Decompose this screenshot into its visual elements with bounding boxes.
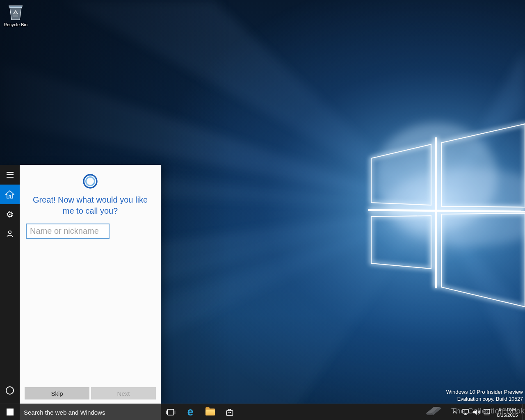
tray-network-button[interactable]: [460, 404, 471, 420]
task-view-button[interactable]: [161, 404, 180, 420]
cortana-heading: Great! Now what would you like me to cal…: [29, 194, 152, 217]
gear-icon: ⚙: [6, 210, 14, 219]
action-center-icon: [483, 409, 491, 415]
recycle-bin-label: Recycle Bin: [4, 22, 27, 27]
sidebar-item-menu[interactable]: [0, 165, 20, 185]
edge-icon: e: [187, 406, 193, 418]
tray-action-center-button[interactable]: [482, 404, 492, 420]
skip-button[interactable]: Skip: [25, 387, 89, 399]
recycle-bin-desktop-icon[interactable]: Recycle Bin: [3, 2, 28, 27]
build-watermark-line2: Evaluation copy. Build 10527: [446, 396, 523, 402]
cortana-panel: Great! Now what would you like me to cal…: [20, 165, 161, 404]
circle-icon: [5, 386, 15, 395]
clock[interactable]: 9:18 AM 8/15/2015: [492, 404, 523, 420]
sidebar-item-cortana[interactable]: [0, 381, 20, 400]
taskbar-empty-area: [240, 404, 450, 420]
sidebar-item-home[interactable]: [0, 185, 20, 204]
clock-date: 8/15/2015: [497, 412, 518, 418]
person-icon: [5, 229, 14, 238]
tray-chevron-button[interactable]: [450, 404, 460, 420]
desktop: Recycle Bin ⚙: [0, 0, 525, 420]
taskbar: e: [0, 404, 525, 420]
hamburger-icon: [7, 172, 14, 178]
cortana-logo-icon: [81, 172, 99, 190]
clock-time: 9:18 AM: [499, 406, 516, 412]
show-desktop-button[interactable]: [523, 404, 525, 420]
chevron-up-icon: [452, 410, 458, 414]
windows-logo-icon: [7, 409, 14, 415]
network-icon: [462, 409, 469, 415]
cortana-sidebar: ⚙: [0, 165, 20, 404]
taskbar-search-input[interactable]: [20, 404, 161, 420]
store-button[interactable]: [220, 404, 240, 420]
file-explorer-button[interactable]: [200, 404, 220, 420]
volume-icon: [472, 409, 480, 416]
name-input[interactable]: [26, 224, 110, 239]
recycle-bin-icon: [7, 2, 24, 21]
system-tray: 9:18 AM 8/15/2015: [450, 404, 525, 420]
edge-button[interactable]: e: [180, 404, 200, 420]
task-view-icon: [165, 409, 176, 416]
store-bag-icon: [225, 407, 235, 417]
start-button[interactable]: [0, 404, 20, 420]
sidebar-item-feedback[interactable]: [0, 224, 20, 244]
cortana-footer: Skip Next: [25, 387, 156, 399]
build-watermark-line1: Windows 10 Pro Insider Preview: [446, 389, 523, 395]
home-icon: [5, 190, 14, 199]
tray-volume-button[interactable]: [471, 404, 482, 420]
sidebar-item-settings[interactable]: ⚙: [0, 204, 20, 224]
build-watermark: Windows 10 Pro Insider Preview Evaluatio…: [446, 389, 523, 402]
folder-icon: [205, 409, 215, 415]
next-button[interactable]: Next: [91, 387, 156, 399]
cortana-flyout: ⚙ Great! Now what would you like me to c…: [0, 165, 161, 404]
